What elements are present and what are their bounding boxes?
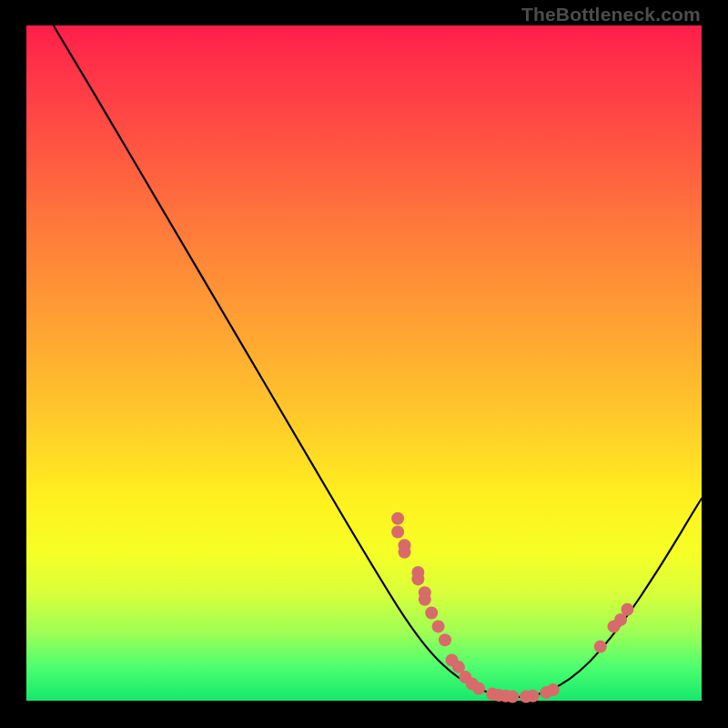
data-point — [391, 512, 404, 525]
data-point — [594, 641, 607, 653]
data-point — [527, 690, 540, 703]
data-point — [432, 620, 445, 632]
data-point — [399, 546, 411, 559]
data-point — [472, 682, 485, 695]
data-points — [391, 512, 633, 703]
data-point — [419, 593, 431, 606]
plot-area — [26, 25, 702, 701]
bottleneck-curve — [54, 25, 702, 697]
data-point — [506, 691, 519, 703]
data-point — [425, 607, 438, 620]
data-point — [411, 572, 424, 585]
data-point — [391, 526, 404, 539]
data-point — [547, 683, 560, 696]
watermark-text: TheBottleneck.com — [521, 4, 701, 25]
curve-layer — [26, 25, 702, 701]
data-point — [439, 633, 451, 646]
chart-stage: TheBottleneck.com — [0, 0, 728, 728]
data-point — [621, 603, 633, 616]
